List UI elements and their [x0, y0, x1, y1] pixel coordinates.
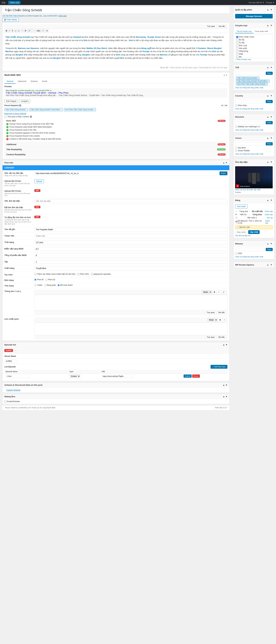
cat-cb-4[interactable] — [236, 44, 238, 46]
add-media-button[interactable]: 🖼 Thêm Media — [2, 18, 19, 22]
add-new-button[interactable]: Thêm mới — [8, 1, 21, 4]
cat-cb-2[interactable] — [236, 39, 238, 41]
featured-url-input[interactable] — [34, 199, 228, 203]
movie-poster[interactable]: N SONG SCHELDT — [235, 166, 273, 188]
quality-field[interactable] — [34, 266, 228, 270]
episode-list-header[interactable]: Episode list ▲ ▼ — [2, 342, 229, 347]
ep-name-field[interactable] — [6, 375, 30, 378]
ep-list-up[interactable]: ▲ — [223, 344, 225, 346]
actors-down[interactable]: ▼ — [270, 136, 273, 140]
country-add-button[interactable]: Thêm — [266, 100, 273, 103]
slider-cb-1[interactable] — [34, 273, 36, 275]
schedule-text[interactable]: Văn bản — [217, 336, 226, 338]
director-input[interactable] — [235, 121, 265, 124]
schedule-italic[interactable]: I — [223, 318, 226, 322]
imdb-votes-field[interactable] — [34, 254, 228, 257]
release-radio-1[interactable] — [235, 252, 237, 254]
ep-type-select[interactable]: Embed Direct — [69, 374, 80, 378]
actor-add-button[interactable]: Thêm — [266, 142, 273, 146]
server-name-field[interactable] — [4, 359, 17, 363]
slider-check-1[interactable]: Thêm vào Slider show (Slide hiện thị ảnh… — [34, 273, 75, 275]
basic-seo-title[interactable]: Basic SEO 8 Errors — [6, 120, 226, 122]
directors-up[interactable]: ▲ — [266, 115, 269, 118]
collapse-up[interactable]: ▲ — [223, 74, 225, 76]
episode-number-field[interactable] — [34, 260, 228, 264]
collapse-down[interactable]: ▼ — [226, 74, 228, 76]
format-bo[interactable]: Phim bộ — [45, 278, 55, 281]
original-title-field[interactable] — [34, 228, 228, 232]
wp-rocket-up[interactable]: ▲ — [266, 263, 269, 266]
post-info-up[interactable]: ▲ — [223, 162, 225, 164]
fetch-button[interactable]: Fetch — [220, 172, 228, 175]
schema-header[interactable]: Schema & Structured Data on this post ▲ … — [2, 382, 229, 388]
custom-schema-link[interactable]: Custom Schema — [4, 388, 22, 392]
status-trailer-radio[interactable] — [34, 284, 36, 286]
edit-status-link[interactable]: Chỉnh sửa — [265, 210, 273, 212]
imdb-rating-field[interactable] — [34, 247, 228, 251]
cat-cb-8[interactable] — [236, 56, 238, 58]
rating-down[interactable]: ▼ — [225, 395, 228, 398]
keyword-tag-1[interactable]: Trận Chiến Sông Scheldt × — [4, 108, 28, 111]
fullscreen-btn[interactable]: ⤢ — [42, 29, 45, 32]
help-dropdown[interactable]: Trợ giúp ▼ — [266, 2, 275, 4]
release-up[interactable]: ▲ — [266, 242, 269, 245]
country-input[interactable] — [235, 100, 265, 103]
remove-keyword-2[interactable]: × — [60, 109, 61, 111]
clear-cache-button[interactable]: Clear cache — [235, 230, 247, 234]
format-btn[interactable]: ¶ — [11, 29, 14, 32]
spell-btn[interactable]: ABC — [36, 29, 41, 32]
notes-link[interactable]: 🔗 — [221, 290, 226, 294]
actors-up[interactable]: ▲ — [266, 136, 269, 140]
align-btn[interactable]: ⊞ — [24, 29, 27, 32]
country-down[interactable]: ▼ — [270, 94, 273, 97]
cat-cb-7[interactable] — [236, 53, 238, 55]
directors-down[interactable]: ▼ — [270, 115, 273, 118]
status-ongoing[interactable]: Đang phát — [44, 284, 56, 286]
update-button[interactable]: Cập nhật — [248, 230, 260, 234]
notes-content[interactable] — [34, 295, 228, 310]
schema-down[interactable]: ▼ — [225, 384, 228, 386]
actor-radio-1[interactable] — [235, 147, 237, 149]
actor-radio-2[interactable] — [235, 150, 237, 152]
format-bo-radio[interactable] — [45, 279, 47, 281]
release-show-link[interactable]: Chọn từ những thứ dùng nhiều nhất — [235, 256, 263, 258]
keyword-tag-2[interactable]: Trận Chiến Sông Scheldt Thuyết Minh × — [29, 108, 63, 111]
title-readability-header[interactable]: Title Readability All Good — [4, 147, 228, 152]
trailer-url-field[interactable] — [34, 234, 228, 238]
view-revisions-link[interactable]: Xem lại — [267, 217, 273, 219]
country-radio-1[interactable] — [235, 104, 237, 106]
view-post-link[interactable]: Chỉnh sửa — [58, 15, 66, 17]
manage-episode-button[interactable]: Manage Episode — [235, 14, 273, 18]
add-server-button[interactable]: + — [14, 348, 18, 352]
cat-cb-6[interactable] — [236, 50, 238, 52]
cat-cb-1[interactable] — [236, 36, 238, 38]
post-info-header[interactable]: Post Info ▲ ▼ — [2, 160, 229, 165]
status-trailer[interactable]: Trailer — [34, 284, 42, 286]
schedule-format-select[interactable]: Đoạn — [207, 318, 218, 322]
additional-header[interactable]: Additional 9 Errors — [4, 142, 228, 147]
tags-add-button[interactable]: Thêm — [266, 72, 273, 75]
notes-bold[interactable]: B — [213, 290, 217, 294]
tags-up[interactable]: ▲ — [266, 66, 269, 69]
tags-input[interactable] — [235, 72, 265, 75]
actors-show-link[interactable]: Chọn từ những thứ dùng nhiều nhất — [235, 153, 263, 155]
ep-server-button[interactable]: Server — [192, 374, 200, 378]
list-ol-btn[interactable]: 1. — [17, 29, 21, 32]
featured-down[interactable]: ▼ — [270, 160, 273, 164]
featured-toggle-switch[interactable]: OFF — [34, 206, 40, 208]
playing-cb[interactable] — [91, 273, 93, 275]
add-new-episode-button[interactable]: + Add New Epo — [211, 365, 228, 369]
popular-tags-link[interactable]: Chọn từ những thẻ dùng nhiều nhất — [235, 87, 263, 88]
year-check[interactable]: Phim 2021 — [77, 273, 89, 275]
release-input[interactable] — [235, 248, 265, 251]
directors-show-link[interactable]: Chọn từ những thứ dùng nhiều nhất — [235, 129, 263, 131]
blockquote-btn[interactable]: " — [21, 29, 24, 32]
schedule-bold[interactable]: B — [218, 318, 222, 322]
notes-format-select[interactable]: Đoạn — [202, 290, 212, 294]
schedule-visual[interactable]: Trực quan — [205, 336, 216, 338]
release-add-button[interactable]: Thêm — [266, 248, 273, 251]
focus-keyword-info[interactable]: ? — [19, 104, 21, 106]
featured-up[interactable]: ▲ — [266, 160, 269, 164]
playing-check[interactable]: playing the episodes — [91, 273, 111, 275]
keyword-tag-3[interactable]: Xem Phim Trận Chiến Sông Scheldt × — [64, 108, 96, 111]
